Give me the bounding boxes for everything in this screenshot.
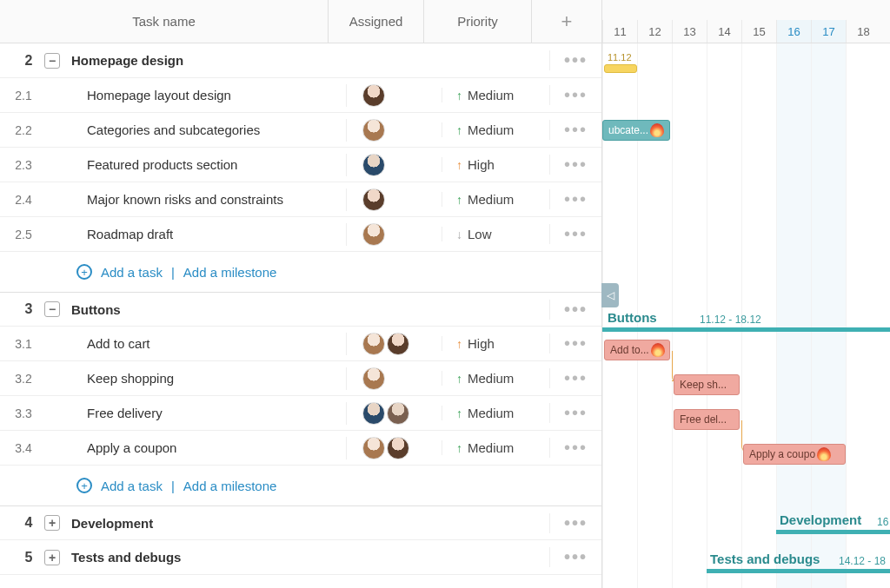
add-task-link[interactable]: Add a task <box>101 479 163 493</box>
priority-cell[interactable]: ↑Medium <box>442 192 549 207</box>
priority-cell[interactable]: ↑Medium <box>442 440 549 455</box>
timeline-day[interactable]: 12 <box>637 20 672 43</box>
gantt-group-label[interactable]: Development <box>780 512 861 527</box>
assigned-cell[interactable] <box>346 154 442 176</box>
gantt-bar[interactable] <box>604 64 637 73</box>
add-column-button[interactable]: + <box>532 0 601 43</box>
priority-cell[interactable]: ↑Medium <box>442 88 549 102</box>
avatar[interactable] <box>362 84 385 107</box>
assigned-cell[interactable] <box>346 333 442 355</box>
row-actions[interactable]: ••• <box>549 50 601 70</box>
gantt-group-label[interactable]: Buttons <box>608 310 657 325</box>
group-name[interactable]: Development <box>63 516 346 531</box>
assigned-cell[interactable] <box>346 437 442 459</box>
task-name[interactable]: Add to cart <box>63 336 346 351</box>
plus-circle-icon[interactable]: + <box>76 478 92 493</box>
timeline-day[interactable]: 14 <box>707 20 741 43</box>
expand-toggle[interactable]: + <box>44 550 60 565</box>
gantt-bar[interactable]: ubcate... <box>602 120 670 141</box>
timeline-body[interactable]: ◁ 11.12 ubcate... Buttons 11.12 - 18.12 … <box>602 43 890 588</box>
priority-cell[interactable]: ↑Medium <box>442 371 549 386</box>
row-actions[interactable]: ••• <box>549 368 601 388</box>
task-row[interactable]: 2.4 Major known risks and constraints ↑M… <box>0 182 601 217</box>
group-row[interactable]: 5 + Tests and debugs ••• <box>0 540 601 575</box>
task-name[interactable]: Featured products section <box>63 157 346 172</box>
task-row[interactable]: 2.2 Categories and subcategories ↑Medium… <box>0 113 601 148</box>
row-actions[interactable]: ••• <box>549 120 601 140</box>
assigned-cell[interactable] <box>346 402 442 425</box>
column-header-assigned[interactable]: Assigned <box>329 0 424 43</box>
row-actions[interactable]: ••• <box>549 547 601 567</box>
row-actions[interactable]: ••• <box>549 513 601 533</box>
avatar[interactable] <box>362 437 385 459</box>
gantt-timeline[interactable]: 11 12 13 14 15 16 17 18 ◁ 11.12 <box>602 0 890 588</box>
row-actions[interactable]: ••• <box>549 155 601 175</box>
row-actions[interactable]: ••• <box>549 334 601 353</box>
task-name[interactable]: Categories and subcategories <box>63 122 346 137</box>
avatar[interactable] <box>362 188 385 211</box>
group-name[interactable]: Tests and debugs <box>63 550 346 565</box>
task-name[interactable]: Free delivery <box>63 406 346 420</box>
gantt-bar[interactable]: Apply a coupo <box>743 444 846 465</box>
priority-cell[interactable]: ↑High <box>442 336 549 351</box>
task-row[interactable]: 2.3 Featured products section ↑High ••• <box>0 148 601 182</box>
group-row[interactable]: 2 − Homepage design ••• <box>0 43 601 78</box>
task-name[interactable]: Roadmap draft <box>63 227 346 241</box>
priority-cell[interactable]: ↑Medium <box>442 122 549 137</box>
task-name[interactable]: Apply a coupon <box>63 440 346 455</box>
priority-cell[interactable]: ↑High <box>442 157 549 172</box>
avatar[interactable] <box>387 402 409 425</box>
group-name[interactable]: Homepage design <box>63 53 346 68</box>
task-row[interactable]: 3.3 Free delivery ↑Medium ••• <box>0 396 601 431</box>
task-name[interactable]: Homepage layout design <box>63 88 346 102</box>
expand-toggle[interactable]: + <box>44 515 60 531</box>
avatar[interactable] <box>362 223 385 246</box>
add-milestone-link[interactable]: Add a milestone <box>183 479 277 493</box>
assigned-cell[interactable] <box>346 84 442 107</box>
gantt-bar[interactable]: Free del... <box>674 409 740 430</box>
assigned-cell[interactable] <box>346 367 442 390</box>
timeline-day[interactable]: 18 <box>846 20 880 43</box>
group-row[interactable]: 4 + Development ••• <box>0 505 601 540</box>
assigned-cell[interactable] <box>346 119 442 142</box>
collapse-toggle[interactable]: − <box>44 53 60 69</box>
task-row[interactable]: 2.1 Homepage layout design ↑Medium ••• <box>0 78 601 113</box>
collapse-toggle[interactable]: − <box>44 301 60 317</box>
timeline-day[interactable]: 11 <box>602 20 637 43</box>
avatar[interactable] <box>362 333 385 355</box>
gantt-bar[interactable]: Keep sh... <box>674 374 740 395</box>
task-row[interactable]: 3.1 Add to cart ↑High ••• <box>0 327 601 361</box>
group-name[interactable]: Buttons <box>63 302 346 317</box>
avatar[interactable] <box>387 333 409 355</box>
row-actions[interactable]: ••• <box>549 300 601 320</box>
add-milestone-link[interactable]: Add a milestone <box>183 265 277 280</box>
task-row[interactable]: 3.4 Apply a coupon ↑Medium ••• <box>0 431 601 466</box>
priority-cell[interactable]: ↓Low <box>442 227 549 241</box>
group-row[interactable]: 3 − Buttons ••• <box>0 292 601 327</box>
row-actions[interactable]: ••• <box>549 224 601 244</box>
column-header-priority[interactable]: Priority <box>424 0 532 43</box>
avatar[interactable] <box>362 367 385 390</box>
task-name[interactable]: Major known risks and constraints <box>63 192 346 207</box>
timeline-day[interactable]: 15 <box>741 20 776 43</box>
add-task-link[interactable]: Add a task <box>101 265 163 280</box>
gantt-bar[interactable]: Add to... <box>604 340 670 360</box>
plus-circle-icon[interactable]: + <box>76 264 92 280</box>
task-row[interactable]: 2.5 Roadmap draft ↓Low ••• <box>0 217 601 252</box>
gantt-group-label[interactable]: Tests and debugs <box>710 552 820 566</box>
avatar[interactable] <box>362 119 385 142</box>
row-actions[interactable]: ••• <box>549 403 601 423</box>
task-row[interactable]: 3.2 Keep shopping ↑Medium ••• <box>0 361 601 396</box>
timeline-day[interactable]: 16 <box>776 20 811 43</box>
row-actions[interactable]: ••• <box>549 85 601 105</box>
column-header-task[interactable]: Task name <box>0 0 329 43</box>
avatar[interactable] <box>362 402 385 425</box>
panel-collapse-toggle[interactable]: ◁ <box>601 283 619 307</box>
task-name[interactable]: Keep shopping <box>63 371 346 386</box>
priority-cell[interactable]: ↑Medium <box>442 406 549 420</box>
assigned-cell[interactable] <box>346 223 442 246</box>
avatar[interactable] <box>387 437 409 459</box>
avatar[interactable] <box>362 154 385 176</box>
assigned-cell[interactable] <box>346 188 442 211</box>
timeline-day[interactable]: 13 <box>672 20 707 43</box>
